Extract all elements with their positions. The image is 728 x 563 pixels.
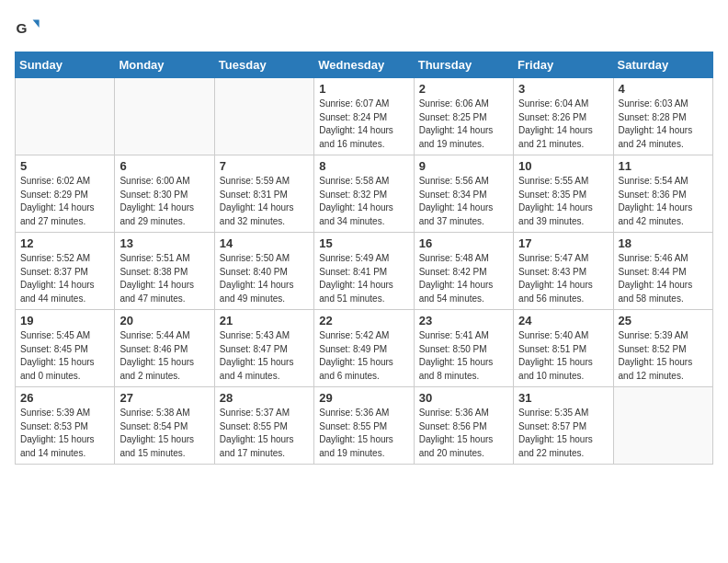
day-info: Sunrise: 5:45 AM Sunset: 8:45 PM Dayligh… bbox=[20, 329, 109, 383]
calendar-cell: 18Sunrise: 5:46 AM Sunset: 8:44 PM Dayli… bbox=[613, 233, 712, 310]
day-number: 10 bbox=[518, 159, 608, 173]
day-info: Sunrise: 5:36 AM Sunset: 8:56 PM Dayligh… bbox=[419, 407, 508, 460]
day-info: Sunrise: 5:51 AM Sunset: 8:38 PM Dayligh… bbox=[119, 252, 209, 305]
day-number: 13 bbox=[119, 236, 209, 250]
calendar-cell: 11Sunrise: 5:54 AM Sunset: 8:36 PM Dayli… bbox=[613, 155, 712, 233]
calendar-cell: 1Sunrise: 6:07 AM Sunset: 8:24 PM Daylig… bbox=[314, 78, 414, 155]
calendar-cell bbox=[214, 78, 313, 155]
day-number: 12 bbox=[20, 236, 109, 250]
day-number: 8 bbox=[319, 159, 408, 173]
day-number: 11 bbox=[619, 159, 708, 173]
day-info: Sunrise: 5:41 AM Sunset: 8:50 PM Dayligh… bbox=[419, 329, 508, 383]
calendar-cell: 22Sunrise: 5:42 AM Sunset: 8:49 PM Dayli… bbox=[314, 310, 414, 387]
day-number: 26 bbox=[20, 391, 109, 405]
calendar-cell: 12Sunrise: 5:52 AM Sunset: 8:37 PM Dayli… bbox=[16, 233, 115, 310]
calendar-cell: 26Sunrise: 5:39 AM Sunset: 8:53 PM Dayli… bbox=[16, 387, 115, 465]
calendar-cell: 13Sunrise: 5:51 AM Sunset: 8:38 PM Dayli… bbox=[115, 233, 214, 310]
calendar-cell: 31Sunrise: 5:35 AM Sunset: 8:57 PM Dayli… bbox=[514, 387, 613, 465]
day-info: Sunrise: 5:48 AM Sunset: 8:42 PM Dayligh… bbox=[419, 252, 508, 305]
day-header-tuesday: Tuesday bbox=[214, 52, 313, 78]
day-info: Sunrise: 5:37 AM Sunset: 8:55 PM Dayligh… bbox=[220, 407, 309, 460]
day-info: Sunrise: 5:59 AM Sunset: 8:31 PM Dayligh… bbox=[220, 175, 309, 228]
day-number: 29 bbox=[319, 391, 408, 405]
day-number: 7 bbox=[220, 159, 309, 173]
calendar-week-row: 5Sunrise: 6:02 AM Sunset: 8:29 PM Daylig… bbox=[16, 155, 713, 233]
calendar-cell: 16Sunrise: 5:48 AM Sunset: 8:42 PM Dayli… bbox=[414, 233, 513, 310]
day-number: 18 bbox=[619, 236, 708, 250]
day-header-sunday: Sunday bbox=[16, 52, 115, 78]
day-number: 16 bbox=[419, 236, 508, 250]
calendar-cell bbox=[16, 78, 115, 155]
day-info: Sunrise: 5:35 AM Sunset: 8:57 PM Dayligh… bbox=[518, 407, 608, 460]
day-info: Sunrise: 6:04 AM Sunset: 8:26 PM Dayligh… bbox=[518, 98, 608, 151]
svg-marker-1 bbox=[33, 20, 40, 28]
day-info: Sunrise: 5:44 AM Sunset: 8:46 PM Dayligh… bbox=[119, 329, 209, 383]
day-number: 5 bbox=[20, 159, 109, 173]
day-number: 9 bbox=[419, 159, 508, 173]
day-info: Sunrise: 6:03 AM Sunset: 8:28 PM Dayligh… bbox=[619, 98, 708, 151]
logo-icon: G bbox=[15, 15, 40, 40]
calendar-week-row: 1Sunrise: 6:07 AM Sunset: 8:24 PM Daylig… bbox=[16, 78, 713, 155]
day-info: Sunrise: 5:47 AM Sunset: 8:43 PM Dayligh… bbox=[518, 252, 608, 305]
logo: G bbox=[15, 15, 44, 40]
day-number: 1 bbox=[319, 82, 408, 96]
day-number: 24 bbox=[518, 314, 608, 327]
day-number: 15 bbox=[319, 236, 408, 250]
calendar-cell: 3Sunrise: 6:04 AM Sunset: 8:26 PM Daylig… bbox=[514, 78, 613, 155]
calendar-cell: 15Sunrise: 5:49 AM Sunset: 8:41 PM Dayli… bbox=[314, 233, 414, 310]
day-info: Sunrise: 5:43 AM Sunset: 8:47 PM Dayligh… bbox=[220, 329, 309, 383]
day-header-thursday: Thursday bbox=[414, 52, 513, 78]
day-number: 14 bbox=[220, 236, 309, 250]
day-number: 4 bbox=[619, 82, 708, 96]
day-header-saturday: Saturday bbox=[613, 52, 712, 78]
day-number: 27 bbox=[119, 391, 209, 405]
day-info: Sunrise: 6:07 AM Sunset: 8:24 PM Dayligh… bbox=[319, 98, 408, 151]
day-number: 30 bbox=[419, 391, 508, 405]
day-info: Sunrise: 5:52 AM Sunset: 8:37 PM Dayligh… bbox=[20, 252, 109, 305]
day-info: Sunrise: 5:54 AM Sunset: 8:36 PM Dayligh… bbox=[619, 175, 708, 228]
calendar-cell bbox=[613, 387, 712, 465]
day-info: Sunrise: 5:58 AM Sunset: 8:32 PM Dayligh… bbox=[319, 175, 408, 228]
calendar-cell: 17Sunrise: 5:47 AM Sunset: 8:43 PM Dayli… bbox=[514, 233, 613, 310]
day-info: Sunrise: 5:50 AM Sunset: 8:40 PM Dayligh… bbox=[220, 252, 309, 305]
day-info: Sunrise: 5:46 AM Sunset: 8:44 PM Dayligh… bbox=[619, 252, 708, 305]
day-number: 31 bbox=[518, 391, 608, 405]
calendar-cell: 7Sunrise: 5:59 AM Sunset: 8:31 PM Daylig… bbox=[214, 155, 313, 233]
day-number: 6 bbox=[119, 159, 209, 173]
day-number: 25 bbox=[619, 314, 708, 327]
day-info: Sunrise: 5:38 AM Sunset: 8:54 PM Dayligh… bbox=[119, 407, 209, 460]
calendar-cell: 30Sunrise: 5:36 AM Sunset: 8:56 PM Dayli… bbox=[414, 387, 513, 465]
calendar-header-row: SundayMondayTuesdayWednesdayThursdayFrid… bbox=[16, 52, 713, 78]
svg-text:G: G bbox=[16, 20, 27, 36]
day-info: Sunrise: 5:40 AM Sunset: 8:51 PM Dayligh… bbox=[518, 329, 608, 383]
day-info: Sunrise: 5:56 AM Sunset: 8:34 PM Dayligh… bbox=[419, 175, 508, 228]
calendar-cell: 28Sunrise: 5:37 AM Sunset: 8:55 PM Dayli… bbox=[214, 387, 313, 465]
day-number: 22 bbox=[319, 314, 408, 327]
day-info: Sunrise: 5:39 AM Sunset: 8:53 PM Dayligh… bbox=[20, 407, 109, 460]
calendar-cell: 25Sunrise: 5:39 AM Sunset: 8:52 PM Dayli… bbox=[613, 310, 712, 387]
day-info: Sunrise: 6:00 AM Sunset: 8:30 PM Dayligh… bbox=[119, 175, 209, 228]
day-number: 2 bbox=[419, 82, 508, 96]
day-info: Sunrise: 5:55 AM Sunset: 8:35 PM Dayligh… bbox=[518, 175, 608, 228]
page-header: G bbox=[15, 15, 713, 40]
calendar-cell: 23Sunrise: 5:41 AM Sunset: 8:50 PM Dayli… bbox=[414, 310, 513, 387]
day-number: 19 bbox=[20, 314, 109, 327]
calendar-cell: 24Sunrise: 5:40 AM Sunset: 8:51 PM Dayli… bbox=[514, 310, 613, 387]
day-info: Sunrise: 6:02 AM Sunset: 8:29 PM Dayligh… bbox=[20, 175, 109, 228]
calendar-cell: 6Sunrise: 6:00 AM Sunset: 8:30 PM Daylig… bbox=[115, 155, 214, 233]
calendar-cell: 10Sunrise: 5:55 AM Sunset: 8:35 PM Dayli… bbox=[514, 155, 613, 233]
calendar-cell: 29Sunrise: 5:36 AM Sunset: 8:55 PM Dayli… bbox=[314, 387, 414, 465]
calendar-cell: 14Sunrise: 5:50 AM Sunset: 8:40 PM Dayli… bbox=[214, 233, 313, 310]
day-number: 20 bbox=[119, 314, 209, 327]
calendar-cell: 21Sunrise: 5:43 AM Sunset: 8:47 PM Dayli… bbox=[214, 310, 313, 387]
day-info: Sunrise: 5:36 AM Sunset: 8:55 PM Dayligh… bbox=[319, 407, 408, 460]
calendar-table: SundayMondayTuesdayWednesdayThursdayFrid… bbox=[15, 52, 713, 465]
day-number: 3 bbox=[518, 82, 608, 96]
day-number: 23 bbox=[419, 314, 508, 327]
calendar-cell: 9Sunrise: 5:56 AM Sunset: 8:34 PM Daylig… bbox=[414, 155, 513, 233]
day-number: 28 bbox=[220, 391, 309, 405]
calendar-cell: 5Sunrise: 6:02 AM Sunset: 8:29 PM Daylig… bbox=[16, 155, 115, 233]
day-number: 17 bbox=[518, 236, 608, 250]
calendar-cell: 19Sunrise: 5:45 AM Sunset: 8:45 PM Dayli… bbox=[16, 310, 115, 387]
calendar-cell bbox=[115, 78, 214, 155]
